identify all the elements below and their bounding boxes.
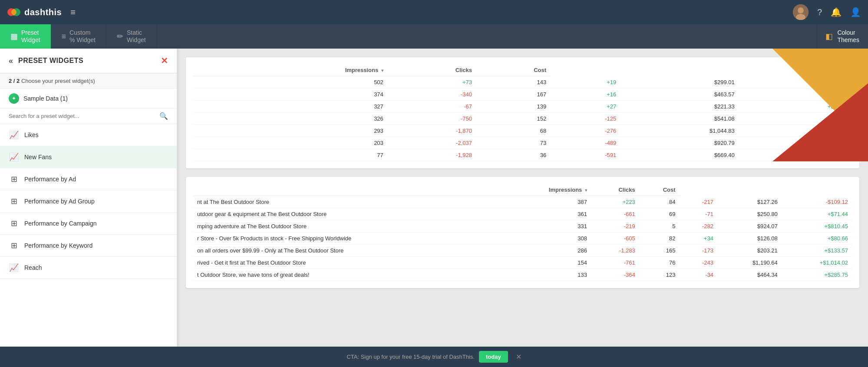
- sidebar-panel: « PRESET WIDGETS ✕ 2 / 2 Choose your pre…: [0, 49, 177, 367]
- content-area: Impressions ▾ Clicks Cost 502 +73 143 +1…: [177, 49, 868, 367]
- widget-list: 📈 Likes 📈 New Fans ⊞ Performance by Ad ⊞…: [0, 124, 177, 367]
- table-row: 203 -2,037 73 -489 $920.79 +$723.00: [193, 137, 852, 149]
- app-name: dashthis: [24, 7, 62, 17]
- tab-preset[interactable]: ▦ Preset Widget: [0, 24, 51, 49]
- colour-themes-label: Colour Themes: [837, 29, 859, 44]
- widget-item-performance-ad-group[interactable]: ⊞ Performance by Ad Group: [0, 190, 177, 213]
- table-row: 374 -340 167 +16 $463.57 +$134.13: [193, 88, 852, 101]
- table-row: 502 +73 143 +19 $299.01 +$144.76: [193, 76, 852, 88]
- sidebar-header: « PRESET WIDGETS ✕: [0, 49, 177, 73]
- likes-icon: 📈: [9, 130, 19, 140]
- data-source-icon: ✦: [9, 93, 19, 104]
- colour-themes-icon: ◧: [825, 32, 833, 41]
- static-icon: ✏: [117, 32, 123, 41]
- color-theme-red: [772, 83, 868, 161]
- color-theme-corner: [772, 49, 868, 161]
- col-header-clicks-2: Clicks: [591, 184, 640, 196]
- performance-keyword-icon: ⊞: [9, 241, 19, 250]
- avatar[interactable]: [793, 4, 809, 20]
- table-row: 77 -1,928 36 -591 $669.40 +$452.27: [193, 149, 852, 161]
- step-indicator: 2 / 2 Choose your preset widget(s): [0, 73, 177, 89]
- performance-ad-group-icon: ⊞: [9, 197, 19, 206]
- cta-text: CTA: Sign up for your free 15-day trial …: [347, 354, 475, 360]
- table-row: rived - Get it first at The Best Outdoor…: [193, 257, 852, 269]
- col-header-cost-2: Cost: [640, 184, 680, 196]
- help-icon[interactable]: ?: [817, 7, 822, 17]
- cta-bar: CTA: Sign up for your free 15-day trial …: [0, 347, 868, 367]
- data-table-2: Impressions ▾ Clicks Cost nt at The Best…: [193, 184, 852, 281]
- table-row: nt at The Best Outdoor Store 387 +223 84…: [193, 196, 852, 208]
- toolbar: ▦ Preset Widget ≡ Custom % Widget ✏ Stat…: [0, 24, 868, 49]
- logo-icon: [7, 5, 21, 19]
- back-button[interactable]: «: [9, 56, 13, 66]
- preset-icon: ▦: [10, 32, 18, 41]
- col-header-clicks-1: Clicks: [388, 64, 476, 76]
- widget-item-likes[interactable]: 📈 Likes: [0, 124, 177, 146]
- reach-icon: 📈: [9, 263, 19, 272]
- table-row: mping adventure at The Best Outdoor Stor…: [193, 220, 852, 233]
- sidebar-header-left: « PRESET WIDGETS: [9, 56, 83, 66]
- top-nav: dashthis ≡ ? 🔔 👤: [0, 0, 868, 24]
- nav-left: dashthis ≡: [7, 5, 76, 19]
- main-area: « PRESET WIDGETS ✕ 2 / 2 Choose your pre…: [0, 49, 868, 367]
- custom-label: Custom % Widget: [69, 29, 96, 44]
- search-row: 🔍: [0, 108, 177, 124]
- col-header-name-2: [193, 184, 502, 196]
- table-section-2: Impressions ▾ Clicks Cost nt at The Best…: [186, 177, 859, 288]
- table-row: on all orders over $99.99 - Only at The …: [193, 245, 852, 257]
- search-icon[interactable]: 🔍: [159, 112, 168, 120]
- col-header-impressions-1[interactable]: Impressions ▾: [223, 64, 388, 76]
- col-header-impressions-2[interactable]: Impressions ▾: [502, 184, 591, 196]
- table-row: 326 -750 152 -125 $541.08 +$433.81: [193, 113, 852, 125]
- performance-ad-icon: ⊞: [9, 174, 19, 184]
- table-row: 293 -1,870 68 -276 $1,044.83 +$872.14: [193, 125, 852, 137]
- static-label: Static Widget: [127, 29, 146, 44]
- table-row: utdoor gear & equipment at The Best Outd…: [193, 208, 852, 220]
- col-header-name-1: [193, 64, 223, 76]
- cta-close-icon[interactable]: ✕: [516, 353, 521, 361]
- table-row: t Outdoor Store, we have tons of great d…: [193, 269, 852, 281]
- table-row: 327 -67 139 +27 $221.33 +$39.55: [193, 101, 852, 113]
- new-fans-icon: 📈: [9, 152, 19, 162]
- svg-point-3: [798, 7, 804, 13]
- cta-button[interactable]: today: [479, 351, 508, 363]
- nav-right: ? 🔔 👤: [793, 4, 861, 20]
- user-icon[interactable]: 👤: [850, 7, 861, 17]
- widget-item-new-fans[interactable]: 📈 New Fans: [0, 146, 177, 168]
- performance-campaign-icon: ⊞: [9, 219, 19, 228]
- custom-icon: ≡: [62, 32, 66, 41]
- table-section-1: Impressions ▾ Clicks Cost 502 +73 143 +1…: [186, 57, 859, 168]
- widget-item-performance-keyword[interactable]: ⊞ Performance by Keyword: [0, 235, 177, 257]
- col-header-cost-1: Cost: [476, 64, 551, 76]
- hamburger-icon[interactable]: ≡: [70, 7, 76, 17]
- preset-label: Preset Widget: [21, 29, 40, 44]
- widget-item-performance-ad[interactable]: ⊞ Performance by Ad: [0, 168, 177, 190]
- data-source-row: ✦ Sample Data (1): [0, 89, 177, 108]
- sidebar-title: PRESET WIDGETS: [18, 57, 83, 65]
- data-source-label: Sample Data (1): [23, 95, 68, 102]
- data-table-1: Impressions ▾ Clicks Cost 502 +73 143 +1…: [193, 64, 852, 161]
- logo: dashthis: [7, 5, 62, 19]
- close-button[interactable]: ✕: [161, 56, 168, 66]
- tab-custom[interactable]: ≡ Custom % Widget: [51, 24, 106, 49]
- widget-item-reach[interactable]: 📈 Reach: [0, 257, 177, 279]
- widget-item-performance-campaign[interactable]: ⊞ Performance by Campaign: [0, 213, 177, 235]
- bell-icon[interactable]: 🔔: [831, 7, 842, 17]
- tab-static[interactable]: ✏ Static Widget: [106, 24, 157, 49]
- tab-colour-themes[interactable]: ◧ Colour Themes: [816, 24, 868, 49]
- search-input[interactable]: [9, 113, 156, 119]
- table-row: r Store - Over 5k Products in stock - Fr…: [193, 233, 852, 245]
